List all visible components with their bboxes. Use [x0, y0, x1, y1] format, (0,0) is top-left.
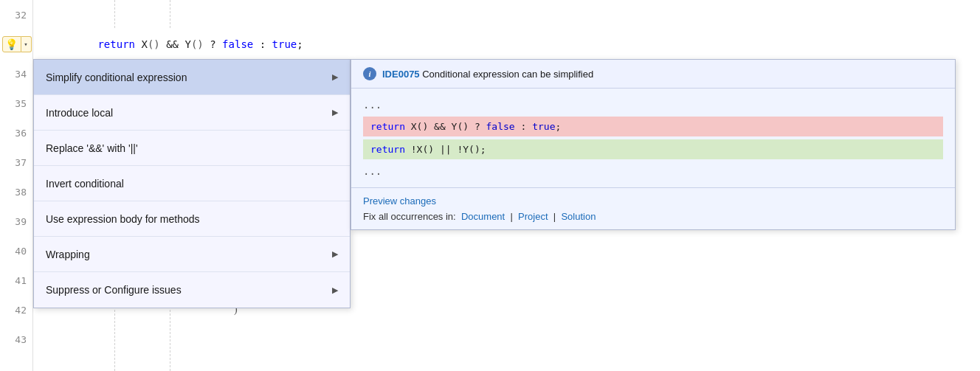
fix-all-line: Fix all occurrences in: Document | Proje…: [363, 211, 943, 222]
line-num-43: 43: [0, 325, 32, 354]
menu-item-expression-body-label: Use expression body for methods: [46, 213, 200, 225]
menu-item-wrapping-arrow: ▶: [332, 249, 338, 259]
separator-2: |: [553, 211, 556, 222]
line-num-42: 42: [0, 295, 32, 325]
line-num-40: 40: [0, 236, 32, 266]
preview-code-removed: return X() && Y() ? false : true;: [363, 117, 943, 136]
line-num-35: 35: [0, 89, 32, 118]
menu-item-replace-and-label: Replace '&&' with '||': [46, 142, 138, 154]
menu-item-suppress[interactable]: Suppress or Configure issues ▶: [34, 272, 350, 308]
preview-header: i IDE0075 Conditional expression can be …: [351, 60, 955, 89]
rule-description: Conditional expression can be simplified: [422, 69, 593, 80]
line-num-32: 32: [0, 0, 32, 30]
line-num-38: 38: [0, 177, 32, 207]
menu-item-invert-conditional-label: Invert conditional: [46, 178, 124, 190]
fix-all-project-link[interactable]: Project: [518, 211, 548, 222]
context-menu: Simplify conditional expression ▶ Introd…: [33, 59, 351, 308]
menu-item-introduce-local-label: Introduce local: [46, 107, 113, 119]
lightbulb-row[interactable]: 💡 ▾: [0, 30, 33, 59]
menu-item-suppress-label: Suppress or Configure issues: [46, 284, 182, 296]
lightbulb-dropdown-arrow[interactable]: ▾: [21, 36, 32, 52]
menu-item-suppress-arrow: ▶: [332, 285, 338, 295]
code-added-text: !X() || !Y();: [411, 144, 486, 155]
info-icon: i: [363, 67, 376, 80]
menu-item-wrapping[interactable]: Wrapping ▶: [34, 237, 350, 272]
preview-changes-link[interactable]: Preview changes: [363, 195, 943, 207]
menu-item-simplify-arrow: ▶: [332, 72, 338, 82]
separator-1: |: [510, 211, 512, 222]
code-return-keyword: return X() && Y() ? false : true;: [48, 38, 303, 50]
rule-id: IDE0075: [382, 69, 420, 80]
menu-item-replace-and[interactable]: Replace '&&' with '||': [34, 131, 350, 166]
line-num-34: 34: [0, 59, 32, 89]
preview-panel: i IDE0075 Conditional expression can be …: [351, 59, 956, 230]
menu-item-invert-conditional[interactable]: Invert conditional: [34, 166, 350, 201]
line-num-36: 36: [0, 118, 32, 148]
lightbulb-button[interactable]: 💡: [2, 36, 21, 52]
code-line-43: [33, 325, 980, 354]
fix-all-label: Fix all occurrences in:: [363, 211, 456, 222]
line-num-41: 41: [0, 266, 32, 295]
preview-dots-top: ...: [363, 96, 943, 114]
menu-item-expression-body[interactable]: Use expression body for methods: [34, 201, 350, 237]
menu-item-introduce-local-arrow: ▶: [332, 108, 338, 117]
editor: 32 33 34 35 36 37 38 39 40 41 42 43 retu…: [0, 0, 980, 371]
preview-code-added: return !X() || !Y();: [363, 139, 943, 159]
preview-dots-bottom: ...: [363, 162, 943, 180]
return-kw-added: return: [370, 144, 405, 155]
menu-item-introduce-local[interactable]: Introduce local ▶: [34, 95, 350, 131]
line-num-39: 39: [0, 207, 32, 236]
menu-item-wrapping-label: Wrapping: [46, 249, 90, 260]
fix-all-document-link[interactable]: Document: [461, 211, 505, 222]
preview-code-area: ... return X() && Y() ? false : true; re…: [351, 89, 955, 187]
return-kw-removed: return: [370, 121, 405, 132]
menu-item-simplify[interactable]: Simplify conditional expression ▶: [34, 60, 350, 95]
code-line-32: [33, 0, 980, 30]
line-num-37: 37: [0, 148, 32, 177]
preview-rule-title: IDE0075 Conditional expression can be si…: [382, 69, 593, 80]
code-line-33: return X() && Y() ? false : true;: [33, 30, 980, 59]
fix-all-solution-link[interactable]: Solution: [561, 211, 596, 222]
preview-footer: Preview changes Fix all occurrences in: …: [351, 187, 955, 229]
code-removed-text: X() && Y() ? false : true;: [411, 121, 562, 132]
menu-item-simplify-label: Simplify conditional expression: [46, 72, 187, 83]
